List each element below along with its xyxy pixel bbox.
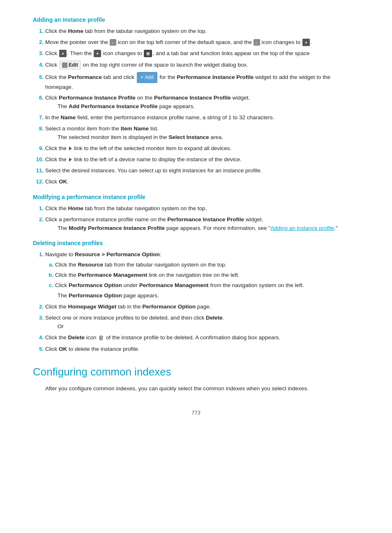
big-section-title: Configuring common indexes bbox=[33, 366, 359, 378]
list-item: Click a performance instance profile nam… bbox=[45, 216, 359, 233]
page-number: 773 bbox=[33, 410, 359, 416]
list-item: Select the desired instances. You can se… bbox=[45, 167, 359, 175]
list-item: Move the pointer over the ⌂ icon on the … bbox=[45, 38, 359, 47]
list-item: Click the Delete icon 🗑 of the instance … bbox=[45, 334, 359, 343]
list-item: Click +. Then the + icon changes to ⊞, a… bbox=[45, 49, 359, 58]
plus-icon-2: + bbox=[59, 50, 67, 57]
step-note: The selected monitor item is displayed i… bbox=[58, 133, 359, 142]
section-deleting: Deleting instance profiles Navigate to R… bbox=[33, 240, 359, 353]
modifying-list: Click the Home tab from the tabular navi… bbox=[45, 204, 359, 233]
list-item: In the Name field, enter the performance… bbox=[45, 114, 359, 122]
section-deleting-title: Deleting instance profiles bbox=[33, 240, 359, 246]
list-item: Click the Homepage Widget tab in the Per… bbox=[45, 303, 359, 311]
edit-icon bbox=[62, 63, 67, 68]
plus-icon: + bbox=[302, 39, 310, 46]
step-note: Or bbox=[58, 322, 359, 331]
home-icon: ⌂ bbox=[110, 39, 116, 46]
list-item: Click the Home tab from the tabular navi… bbox=[45, 27, 359, 36]
edit-button-icon: Edit bbox=[59, 60, 81, 70]
plus-icon-3: + bbox=[94, 50, 101, 57]
list-item: Click the Performance tab and click + Ad… bbox=[45, 72, 359, 91]
sub-list: Click the Resource tab from the tabular … bbox=[55, 261, 359, 290]
section-modifying: Modifying a performance instance profile… bbox=[33, 194, 359, 233]
list-item: Select one or more instance profiles to … bbox=[45, 314, 359, 331]
page-container: Adding an instance profile Click the Hom… bbox=[33, 16, 359, 416]
section-description: After you configure common indexes, you … bbox=[45, 384, 359, 393]
sub-list-item: Click the Resource tab from the tabular … bbox=[55, 261, 359, 269]
list-item: Click OK. bbox=[45, 178, 359, 186]
grid-icon: ⊞ bbox=[144, 50, 152, 57]
section-modifying-title: Modifying a performance instance profile bbox=[33, 194, 359, 200]
list-item: Click the link to the left of the select… bbox=[45, 144, 359, 153]
list-item: Click Performance Instance Profile on th… bbox=[45, 94, 359, 111]
sub-list-item: Click the Performance Management link on… bbox=[55, 271, 359, 280]
list-item: Click the Home tab from the tabular navi… bbox=[45, 204, 359, 213]
section-adding-title: Adding an instance profile bbox=[33, 16, 359, 23]
list-item: Select a monitor item from the Item Name… bbox=[45, 125, 359, 142]
adding-link[interactable]: Adding an instance profile bbox=[270, 225, 334, 231]
add-plus-icon: + bbox=[141, 73, 144, 81]
list-item: Click the link to the left of a device n… bbox=[45, 155, 359, 164]
list-item: Click Edit on the top right corner of th… bbox=[45, 60, 359, 70]
section-configuring: Configuring common indexes After you con… bbox=[33, 366, 359, 393]
list-item: Click OK to delete the instance profile. bbox=[45, 345, 359, 354]
deleting-list: Navigate to Resource > Performance Optio… bbox=[45, 250, 359, 353]
step-note: The Modify Performance Instance Profile … bbox=[58, 224, 359, 233]
home-icon-2: ⌂ bbox=[254, 39, 260, 46]
adding-list: Click the Home tab from the tabular navi… bbox=[45, 27, 359, 186]
delete-icon: 🗑 bbox=[98, 334, 104, 343]
sub-list-item: Click Performance Option under Performan… bbox=[55, 281, 359, 290]
add-button: + Add bbox=[137, 72, 157, 83]
step-note: The Add Performance Instance Profile pag… bbox=[58, 102, 359, 111]
arrow-right-icon bbox=[69, 146, 72, 151]
list-item: Navigate to Resource > Performance Optio… bbox=[45, 250, 359, 300]
step-note: The Performance Option page appears. bbox=[58, 292, 359, 300]
section-adding: Adding an instance profile Click the Hom… bbox=[33, 16, 359, 186]
arrow-right-icon-2 bbox=[69, 158, 72, 162]
